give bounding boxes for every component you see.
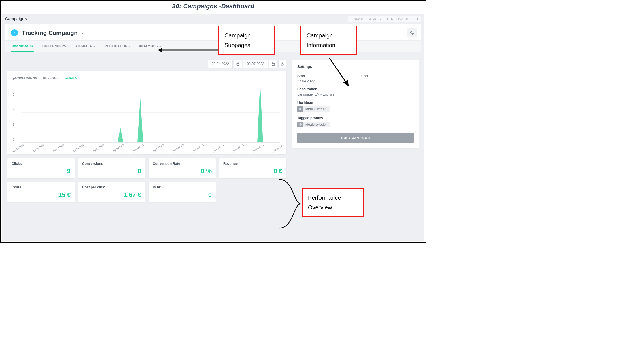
kpi-value: 0 %: [153, 167, 212, 175]
copy-campaign-button[interactable]: COPY CAMPAIGN: [297, 133, 414, 143]
x-tick: 04/10/2022: [33, 143, 45, 153]
tab-publications[interactable]: PUBLICATIONS: [104, 41, 130, 52]
kpi-label: Conversions: [82, 162, 141, 166]
chart-tab-revenue[interactable]: REVENUE: [43, 76, 59, 79]
chart-tab-clicks[interactable]: CLICKS: [65, 76, 77, 79]
subpage-tabs: DASHBOARDINFLUENCERSAD MEDIA⌄PUBLICATION…: [5, 40, 421, 52]
kpi-card-conversions: Conversions0: [78, 158, 145, 178]
x-tick: 06/19/2022: [232, 143, 244, 153]
annotation-information: CampaignInformation: [300, 26, 357, 55]
tab-label: DASHBOARD: [12, 44, 33, 47]
x-tick: 05/01/2022: [92, 143, 105, 153]
reset-date-button[interactable]: [278, 60, 286, 68]
tagged-profile-text: idealofsweden: [303, 123, 330, 127]
kpi-grid: Clicks9Conversions0Conversion Rate0 %Rev…: [7, 158, 286, 202]
settings-end: End: [361, 74, 414, 83]
tab-label: AD MEDIA: [75, 44, 92, 48]
hashtag-chip[interactable]: # idealofsweden: [297, 106, 330, 112]
kpi-value: 0 €: [223, 167, 282, 175]
annotation-performance: PerformanceOverview: [302, 188, 364, 217]
right-column: Settings Start 27.04.2022 End Localizati…: [292, 55, 419, 202]
slide-title: 30: Campaigns -Dashboard: [1, 1, 426, 11]
dashboard-body: 03.04.2022 02.07.2022 CONVERSIONSREVENUE…: [2, 55, 424, 202]
kpi-value: 15 €: [12, 191, 71, 199]
settings-title: Settings: [297, 64, 414, 69]
data-spike: [137, 97, 143, 142]
tab-ad-media[interactable]: AD MEDIA⌄: [75, 41, 96, 52]
settings-start-label: Start: [297, 74, 350, 78]
hash-icon: #: [297, 106, 303, 112]
date-end[interactable]: 02.07.2022: [243, 60, 268, 68]
campaign-name[interactable]: Tracking Campaign: [22, 29, 78, 36]
settings-card: Settings Start 27.04.2022 End Localizati…: [292, 60, 419, 148]
settings-hashtags-label: Hashtags: [297, 100, 414, 104]
calendar-start-button[interactable]: [234, 60, 242, 68]
settings-hashtags: Hashtags # idealofsweden: [297, 100, 414, 112]
kpi-value: 0: [82, 167, 141, 175]
settings-start-value: 27.04.2022: [297, 79, 350, 83]
x-tick: 06/12/2022: [212, 143, 224, 153]
kpi-label: Costs: [12, 185, 71, 189]
x-tick: 06/26/2022: [252, 143, 264, 153]
campaign-card: Tracking Campaign ⌄ DASHBOARDINFLUENCERS…: [5, 24, 421, 52]
kpi-label: Conversion Rate: [153, 162, 212, 166]
date-start[interactable]: 03.04.2022: [208, 60, 233, 68]
tab-label: ANALYTICS: [139, 44, 158, 48]
settings-button[interactable]: [407, 28, 417, 37]
settings-start: Start 27.04.2022: [297, 74, 350, 83]
kpi-card-cost-per-click: Cost per click1.67 €: [78, 182, 145, 202]
kpi-label: ROAS: [153, 185, 212, 189]
kpi-card-roas: ROAS0: [149, 182, 216, 202]
campaign-header: Tracking Campaign ⌄: [5, 24, 421, 40]
kpi-value: 0: [153, 191, 212, 199]
calendar-end-button[interactable]: [269, 60, 277, 68]
gear-icon: [410, 31, 414, 35]
grid-line: [21, 127, 280, 127]
data-spike: [118, 127, 123, 142]
tagged-profile-chip[interactable]: @ idealofsweden: [297, 122, 330, 127]
settings-end-label: End: [361, 74, 414, 78]
annotation-subpages: CampaignSubpages: [218, 26, 275, 55]
x-tick: 05/22/2022: [152, 143, 165, 153]
data-spike: [257, 81, 263, 142]
chart-metric-tabs: CONVERSIONSREVENUECLICKS: [13, 76, 281, 79]
grid-line: [21, 112, 280, 113]
y-tick: 3: [13, 93, 14, 96]
kpi-label: Clicks: [12, 162, 71, 166]
grid-line: [21, 97, 280, 97]
x-tick: 05/15/2022: [132, 143, 145, 153]
client-selector[interactable]: LINKSTER DEMO CLIENT DE (10210): [348, 16, 421, 22]
tab-dashboard[interactable]: DASHBOARD: [11, 41, 34, 52]
tab-analytics[interactable]: ANALYTICS⌄: [138, 41, 162, 52]
y-tick: 4: [13, 78, 14, 81]
settings-tagged: Tagged profiles @ idealofsweden: [297, 116, 414, 127]
kpi-label: Revenue: [223, 162, 282, 166]
chevron-down-icon: ⌄: [93, 45, 95, 47]
tab-influencers[interactable]: INFLUENCERS: [42, 41, 67, 52]
y-tick: 2: [13, 108, 14, 111]
tab-label: INFLUENCERS: [42, 44, 66, 48]
grid-line: [21, 82, 280, 82]
undo-icon: [281, 62, 284, 66]
settings-localization-value: Language: EN - English: [297, 92, 414, 96]
chart-tab-conversions[interactable]: CONVERSIONS: [13, 76, 37, 79]
x-axis: 04/03/202204/10/202204/17/202204/24/2022…: [21, 144, 280, 153]
date-range-row: 03.04.2022 02.07.2022: [7, 60, 286, 68]
kpi-card-costs: Costs15 €: [7, 182, 75, 202]
left-column: 03.04.2022 02.07.2022 CONVERSIONSREVENUE…: [7, 55, 286, 202]
calendar-icon: [236, 62, 240, 66]
chart-area: 01234 04/03/202204/10/202204/17/202204/2…: [13, 82, 281, 151]
y-axis: 01234: [13, 82, 20, 143]
x-tick: 07/03/2022: [272, 143, 284, 153]
y-tick: 1: [13, 123, 14, 126]
tab-label: PUBLICATIONS: [105, 44, 130, 48]
settings-localization: Localization Language: EN - English: [297, 87, 414, 96]
y-tick: 0: [13, 138, 14, 141]
x-tick: 04/24/2022: [72, 143, 85, 153]
settings-localization-label: Localization: [297, 87, 414, 91]
kpi-value: 9: [12, 167, 71, 175]
at-icon: @: [297, 122, 303, 127]
chart-card: CONVERSIONSREVENUECLICKS 01234 04/03/202…: [7, 71, 286, 154]
x-tick: 04/03/2022: [13, 143, 25, 153]
topbar: Campaigns LINKSTER DEMO CLIENT DE (10210…: [2, 14, 424, 23]
